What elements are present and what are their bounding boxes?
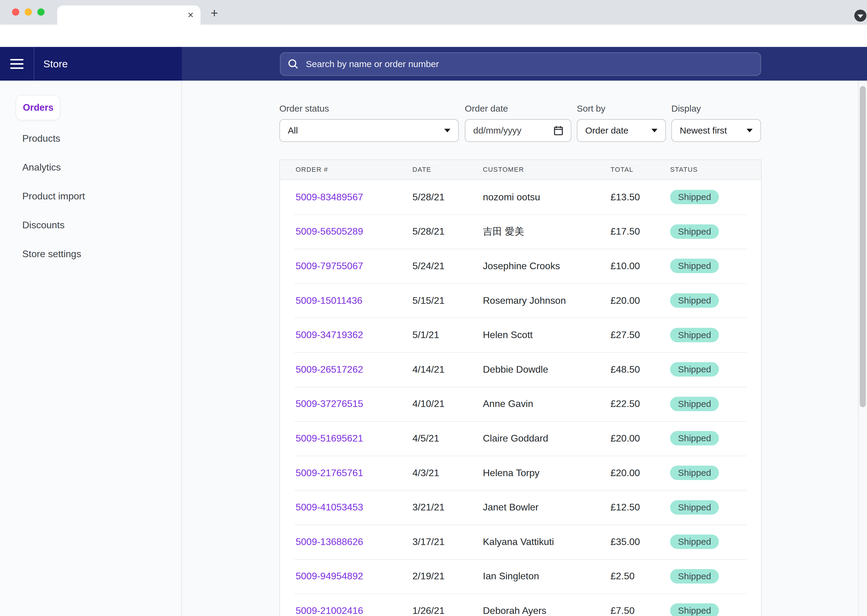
- table-row: 5009-56505289 5/28/21 吉田 愛美 £17.50 Shipp…: [280, 214, 761, 249]
- order-date-input[interactable]: dd/mm/yyyy: [465, 119, 571, 142]
- customer-cell: Ian Singleton: [483, 559, 539, 594]
- sidebar-item-label: Orders: [23, 102, 54, 113]
- sidebar-item-store-settings[interactable]: Store settings: [22, 248, 81, 260]
- status-cell: Shipped: [670, 387, 719, 421]
- order-number-link[interactable]: 5009-21765761: [296, 467, 363, 479]
- order-status-label: Order status: [279, 104, 329, 114]
- table-row: 5009-41053453 3/21/21 Janet Bowler £12.5…: [280, 490, 761, 525]
- order-number-link[interactable]: 5009-15011436: [296, 295, 363, 306]
- total-cell: £2.50: [610, 559, 635, 594]
- sort-by-select[interactable]: Order date: [577, 119, 666, 142]
- scrollbar-thumb[interactable]: [860, 86, 866, 407]
- order-number-link[interactable]: 5009-41053453: [296, 502, 363, 513]
- status-cell: Shipped: [670, 456, 719, 490]
- scrollbar-track[interactable]: [858, 81, 867, 616]
- customer-cell: 吉田 愛美: [483, 214, 524, 249]
- calendar-icon[interactable]: [554, 126, 563, 135]
- order-date-cell: 5/1/21: [412, 317, 439, 352]
- order-number-cell: 5009-37276515: [296, 387, 363, 421]
- order-date-cell: 4/5/21: [412, 421, 439, 456]
- order-number-link[interactable]: 5009-26517262: [296, 364, 363, 375]
- order-number-cell: 5009-51695621: [296, 421, 363, 456]
- column-header-customer: CUSTOMER: [483, 160, 524, 179]
- order-date-value: dd/mm/yyyy: [473, 126, 522, 136]
- sidebar: Orders Products Analytics Product import…: [0, 81, 182, 616]
- sidebar-item-orders[interactable]: Orders: [16, 95, 60, 120]
- status-badge: Shipped: [670, 500, 719, 515]
- sidebar-item-products[interactable]: Products: [22, 132, 60, 145]
- customer-cell: Josephine Crooks: [483, 249, 560, 283]
- total-cell: £22.50: [610, 387, 640, 421]
- sidebar-item-analytics[interactable]: Analytics: [22, 161, 61, 173]
- table-row: 5009-83489567 5/28/21 nozomi ootsu £13.5…: [280, 180, 761, 214]
- order-number-link[interactable]: 5009-21002416: [296, 605, 363, 616]
- sidebar-item-discounts[interactable]: Discounts: [22, 219, 65, 231]
- table-row: 5009-21765761 4/3/21 Helena Torpy £20.00…: [280, 456, 761, 490]
- customer-cell: Debbie Dowdle: [483, 352, 548, 387]
- order-number-link[interactable]: 5009-94954892: [296, 570, 363, 582]
- order-date-cell: 4/10/21: [412, 387, 445, 421]
- page-title: Store: [43, 58, 68, 70]
- order-number-cell: 5009-56505289: [296, 214, 363, 249]
- order-number-cell: 5009-21002416: [296, 594, 363, 616]
- table-row: 5009-21002416 1/26/21 Deborah Ayers £7.5…: [280, 594, 761, 616]
- search-icon: [288, 59, 299, 69]
- status-badge: Shipped: [670, 534, 719, 549]
- close-window-button[interactable]: [12, 8, 19, 16]
- order-number-cell: 5009-13688626: [296, 525, 363, 559]
- display-select[interactable]: Newest first: [672, 119, 761, 142]
- browser-tab[interactable]: ✕: [57, 5, 200, 25]
- status-cell: Shipped: [670, 421, 719, 456]
- browser-toolbar: [0, 25, 867, 47]
- order-number-link[interactable]: 5009-13688626: [296, 536, 363, 547]
- order-number-link[interactable]: 5009-34719362: [296, 329, 363, 341]
- order-number-link[interactable]: 5009-79755067: [296, 261, 363, 272]
- order-number-link[interactable]: 5009-56505289: [296, 226, 363, 237]
- order-date-cell: 5/28/21: [412, 180, 445, 214]
- maximize-window-button[interactable]: [37, 8, 44, 16]
- chevron-down-icon: [651, 129, 657, 132]
- chevron-down-icon: [445, 129, 450, 132]
- column-header-status: STATUS: [670, 160, 698, 179]
- search-input[interactable]: [305, 58, 753, 70]
- table-row: 5009-37276515 4/10/21 Anne Gavin £22.50 …: [280, 387, 761, 421]
- header-divider: [34, 47, 34, 81]
- order-status-select[interactable]: All: [279, 119, 459, 142]
- status-badge: Shipped: [670, 293, 719, 308]
- customer-cell: Janet Bowler: [483, 490, 539, 525]
- order-number-link[interactable]: 5009-83489567: [296, 192, 363, 203]
- new-tab-button[interactable]: +: [208, 7, 221, 19]
- main-content: Order status Order date Sort by Display …: [182, 81, 867, 616]
- total-cell: £27.50: [610, 317, 640, 352]
- total-cell: £7.50: [610, 594, 635, 616]
- display-value: Newest first: [680, 126, 727, 136]
- order-number-cell: 5009-41053453: [296, 490, 363, 525]
- customer-cell: Kalyana Vattikuti: [483, 525, 554, 559]
- order-number-cell: 5009-21765761: [296, 456, 363, 490]
- sort-by-value: Order date: [585, 126, 628, 136]
- status-badge: Shipped: [670, 466, 719, 480]
- order-number-link[interactable]: 5009-51695621: [296, 433, 363, 444]
- order-date-cell: 5/28/21: [412, 214, 445, 249]
- table-row: 5009-13688626 3/17/21 Kalyana Vattikuti …: [280, 525, 761, 559]
- sidebar-item-product-import[interactable]: Product import: [22, 190, 85, 202]
- order-search[interactable]: [280, 52, 761, 76]
- app-header-left: [0, 47, 182, 81]
- tab-close-icon[interactable]: ✕: [187, 9, 194, 20]
- total-cell: £20.00: [610, 421, 640, 456]
- order-date-cell: 5/15/21: [412, 283, 445, 318]
- column-header-order: ORDER #: [296, 160, 328, 179]
- order-number-link[interactable]: 5009-37276515: [296, 398, 363, 409]
- order-date-cell: 3/21/21: [412, 490, 445, 525]
- hamburger-menu-icon[interactable]: [10, 59, 24, 72]
- order-date-cell: 1/26/21: [412, 594, 445, 616]
- order-date-cell: 4/14/21: [412, 352, 445, 387]
- table-row: 5009-34719362 5/1/21 Helen Scott £27.50 …: [280, 317, 761, 352]
- customer-cell: Claire Goddard: [483, 421, 548, 456]
- browser-profile-chevron-icon[interactable]: [854, 9, 866, 22]
- minimize-window-button[interactable]: [25, 8, 32, 16]
- order-date-cell: 2/19/21: [412, 559, 445, 594]
- status-cell: Shipped: [670, 249, 719, 283]
- status-badge: Shipped: [670, 431, 719, 445]
- order-date-cell: 5/24/21: [412, 249, 445, 283]
